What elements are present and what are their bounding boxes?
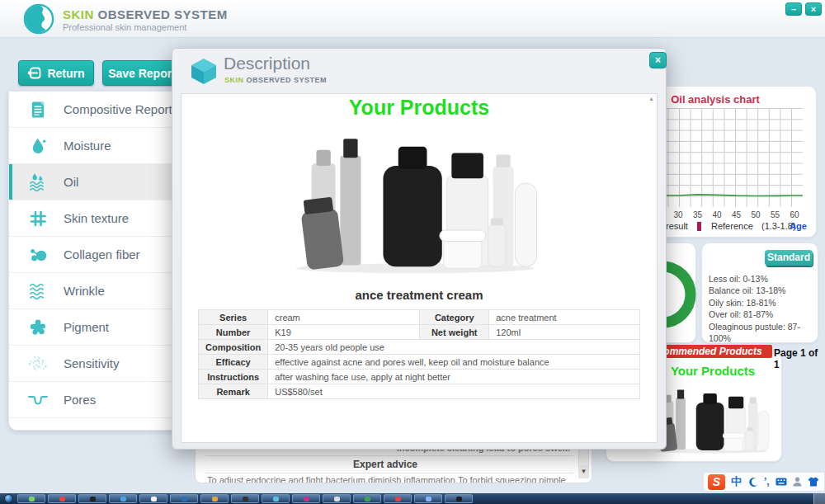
input-method-toolbar: S 中 ’,: [703, 472, 825, 492]
full-half-moon-icon[interactable]: [747, 477, 758, 488]
scroll-up-arrow-icon[interactable]: ▲: [648, 96, 654, 101]
spec-value: effective against acne and pores well, k…: [268, 355, 640, 370]
standard-panel: Standard Less oil: 0-13%Balance oil: 13-…: [701, 243, 818, 343]
taskbar-app-icon: [365, 497, 370, 502]
description-dialog: Description SKIN OBSERVED SYSTEM × ▲ You…: [172, 48, 667, 450]
expert-advice-text: To adjust endocrine and fight bacterium,…: [207, 475, 578, 483]
sidebar-item-pores[interactable]: Pores: [9, 382, 186, 418]
dialog-brand-rest: OBSERVED SYSTEM: [247, 76, 327, 84]
sidebar-item-label: Oil: [64, 175, 78, 189]
sidebar-item-label: Compositive Report: [64, 102, 172, 116]
taskbar-app-button[interactable]: [384, 494, 412, 503]
taskbar-app-icon: [120, 497, 126, 502]
sidebar-item-compositive-report[interactable]: Compositive Report: [9, 92, 186, 128]
taskbar-app-icon: [273, 497, 279, 502]
texture-icon: [27, 208, 49, 229]
table-row: Composition20-35 years old people use: [199, 340, 640, 355]
sidebar-item-oil[interactable]: Oil: [9, 164, 186, 200]
taskbar-app-icon: [182, 497, 187, 502]
recommended-product-thumbnail[interactable]: Your Products: [651, 362, 775, 459]
dialog-close-button[interactable]: ×: [649, 52, 667, 68]
taskbar-app-icon: [456, 497, 462, 502]
taskbar-app-icon: [90, 497, 96, 502]
taskbar-app-button[interactable]: [200, 494, 229, 503]
taskbar-app-button[interactable]: [78, 494, 106, 503]
legend-result-label: result: [666, 221, 688, 231]
minimize-button[interactable]: –: [785, 2, 802, 16]
dialog-brand-skin: SKIN: [224, 76, 244, 84]
divider: [205, 455, 573, 456]
sidebar-menu: Compositive ReportMoistureOilSkin textur…: [8, 91, 186, 431]
table-row: NumberK19Net weight120ml: [199, 325, 640, 340]
start-button[interactable]: [4, 494, 13, 503]
taskbar-app-button[interactable]: [292, 494, 320, 503]
product-image-caption: Your Products: [286, 96, 552, 120]
taskbar-app-button[interactable]: [17, 494, 45, 503]
taskbar-app-icon: [59, 497, 65, 502]
save-report-button[interactable]: Save Report: [102, 60, 182, 86]
sidebar-item-label: Sensitivity: [64, 356, 120, 370]
sidebar-item-skin-texture[interactable]: Skin texture: [9, 200, 186, 237]
pigment-icon: [27, 317, 49, 338]
chinese-mode-icon[interactable]: 中: [731, 474, 742, 489]
x-axis-tick: 30: [673, 210, 682, 219]
wrinkle-icon: [27, 280, 49, 302]
taskbar-app-button[interactable]: [414, 494, 442, 503]
sidebar-item-label: Collagen fiber: [64, 247, 140, 261]
taskbar-app-button[interactable]: [109, 494, 137, 503]
taskbar-app-button[interactable]: [445, 494, 473, 503]
sidebar-item-label: Pigment: [64, 320, 109, 334]
divider: [205, 473, 573, 473]
sogou-logo-icon[interactable]: S: [708, 474, 725, 490]
moisture-icon: [27, 135, 49, 157]
sidebar-item-moisture[interactable]: Moisture: [9, 128, 186, 164]
standard-range-line: Oily skin: 18-81%: [709, 297, 818, 309]
taskbar-app-icon: [334, 497, 340, 502]
report-icon: [27, 99, 49, 120]
taskbar-app-icon: [212, 497, 218, 502]
taskbar-app-button[interactable]: [48, 494, 76, 503]
taskbar-app-button[interactable]: [231, 494, 259, 503]
sidebar-item-label: Moisture: [64, 139, 111, 153]
return-button[interactable]: Return: [18, 60, 94, 86]
standard-range-line: Balance oil: 13-18%: [709, 285, 818, 296]
sidebar-item-pigment[interactable]: Pigment: [9, 309, 186, 346]
scroll-down-arrow-icon[interactable]: ▼: [579, 465, 588, 478]
cube-icon: [189, 56, 219, 86]
return-icon: [27, 67, 41, 79]
dialog-content: ▲ Your Products ance treatment cream Ser…: [181, 93, 658, 443]
table-row: SeriescreamCategoryacne treatment: [199, 310, 640, 325]
soft-keyboard-icon[interactable]: [776, 478, 787, 486]
taskbar-app-button[interactable]: [353, 494, 381, 503]
taskbar-app-button[interactable]: [323, 494, 351, 503]
taskbar-app-button[interactable]: [139, 494, 167, 503]
spec-value: US$580/set: [268, 384, 640, 399]
table-row: RemarkUS$580/set: [199, 384, 640, 399]
x-axis-tick: 40: [712, 210, 721, 219]
expert-advice-heading: Expert advice: [196, 459, 575, 470]
taskbar-app-button[interactable]: [262, 494, 290, 503]
brand-skin: SKIN: [63, 7, 94, 21]
spec-value: after washing face use, apply at night b…: [268, 370, 640, 384]
sidebar-item-label: Skin texture: [64, 211, 129, 225]
user-profile-icon[interactable]: [793, 477, 802, 487]
os-taskbar: [0, 493, 825, 504]
page-indicator: Page 1 of 1: [774, 347, 825, 370]
sidebar-item-wrinkle[interactable]: Wrinkle: [9, 273, 186, 309]
sensitivity-icon: [27, 353, 49, 374]
thumbnail-caption: Your Products: [651, 364, 775, 378]
sidebar-item-sensitivity[interactable]: Sensitivity: [9, 346, 186, 382]
close-window-button[interactable]: ×: [805, 2, 822, 16]
table-row: Instructionsafter washing face use, appl…: [199, 370, 640, 384]
show-desktop-button[interactable]: [813, 493, 825, 504]
spec-label: Instructions: [199, 370, 268, 384]
skin-system-logo-icon: [23, 3, 54, 35]
taskbar-app-button[interactable]: [170, 494, 198, 503]
sidebar-item-collagen-fiber[interactable]: Collagen fiber: [9, 237, 186, 273]
collagen-icon: [27, 244, 49, 266]
skin-shirt-icon[interactable]: [808, 477, 819, 487]
punctuation-icon[interactable]: ’,: [764, 476, 770, 488]
spec-label: Efficacy: [199, 355, 268, 370]
spec-label: Remark: [199, 384, 268, 399]
sidebar-item-label: Pores: [64, 393, 96, 407]
